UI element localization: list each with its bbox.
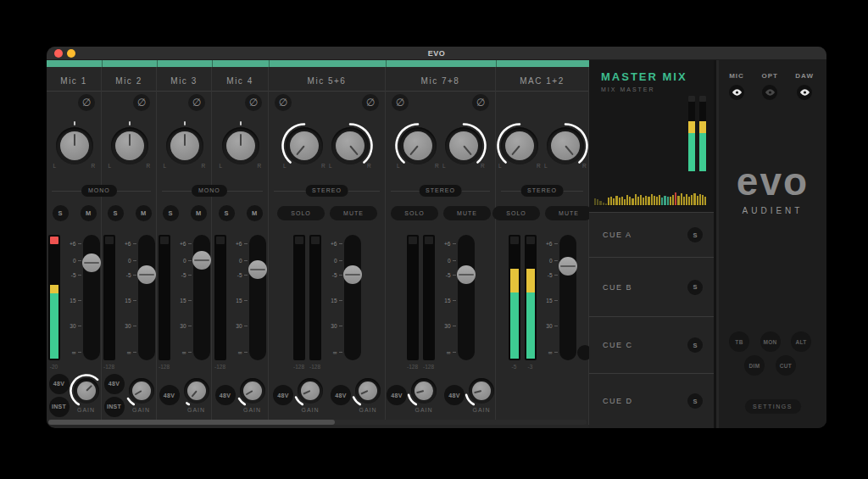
fader-track[interactable] bbox=[344, 235, 361, 360]
monitor-button-mon[interactable]: MON bbox=[760, 331, 781, 352]
tick-dash bbox=[133, 326, 136, 326]
phase-invert-button[interactable]: ∅ bbox=[472, 94, 489, 111]
instrument-button[interactable]: INST bbox=[49, 397, 70, 417]
phantom-power-button[interactable]: 48V bbox=[49, 374, 70, 394]
cue-solo-button[interactable]: S bbox=[687, 280, 703, 295]
gain-knob[interactable] bbox=[129, 378, 154, 404]
solo-button[interactable]: S bbox=[219, 205, 235, 221]
gain-knob[interactable] bbox=[355, 378, 381, 404]
monitor-button-tb[interactable]: TB bbox=[729, 331, 749, 352]
history-bar bbox=[624, 199, 626, 205]
phase-invert-button[interactable]: ∅ bbox=[362, 94, 379, 111]
volume-fader[interactable] bbox=[138, 235, 155, 360]
mute-button[interactable]: MUTE bbox=[545, 206, 593, 220]
mute-button[interactable]: M bbox=[81, 205, 97, 221]
strip-divider bbox=[102, 60, 103, 67]
gain-knob[interactable] bbox=[240, 378, 265, 404]
fader-knob[interactable] bbox=[248, 260, 267, 279]
phantom-power-button[interactable]: 48V bbox=[331, 385, 351, 405]
fader-knob[interactable] bbox=[137, 265, 156, 284]
fader-knob[interactable] bbox=[559, 257, 577, 276]
channel-name[interactable]: Mic 3 bbox=[170, 76, 197, 86]
instrument-button[interactable]: INST bbox=[104, 397, 125, 417]
fader-track[interactable] bbox=[458, 235, 475, 360]
settings-button[interactable]: SETTINGS bbox=[745, 399, 801, 414]
horizontal-scrollbar[interactable] bbox=[48, 420, 587, 425]
pan-right-label: R bbox=[435, 163, 439, 169]
cue-row[interactable]: CUE AS bbox=[589, 212, 714, 257]
volume-fader[interactable] bbox=[458, 235, 475, 360]
io-visibility-button[interactable] bbox=[797, 85, 812, 100]
volume-fader[interactable] bbox=[83, 235, 100, 360]
fader-track[interactable] bbox=[249, 235, 266, 360]
fader-knob[interactable] bbox=[192, 251, 211, 270]
phase-invert-button[interactable]: ∅ bbox=[392, 94, 409, 111]
pan-knob[interactable] bbox=[222, 127, 259, 164]
pan-knob[interactable] bbox=[501, 127, 538, 164]
solo-button[interactable]: SOLO bbox=[391, 206, 438, 220]
pan-knob[interactable] bbox=[111, 127, 148, 164]
cue-row[interactable]: CUE BS bbox=[589, 257, 714, 316]
mute-button[interactable]: MUTE bbox=[443, 206, 491, 220]
mute-button[interactable]: MUTE bbox=[330, 206, 377, 220]
mute-button[interactable]: M bbox=[247, 205, 263, 221]
phantom-power-button[interactable]: 48V bbox=[215, 385, 236, 405]
io-visibility-button[interactable] bbox=[762, 85, 777, 100]
phantom-power-button[interactable]: 48V bbox=[387, 385, 407, 405]
channel-name[interactable]: Mic 1 bbox=[60, 76, 86, 86]
pan-knob[interactable] bbox=[445, 127, 482, 164]
fader-track[interactable] bbox=[138, 235, 155, 360]
volume-fader[interactable] bbox=[193, 235, 210, 360]
pan-knob[interactable] bbox=[547, 127, 584, 164]
phantom-power-button[interactable]: 48V bbox=[159, 385, 180, 405]
fader-knob[interactable] bbox=[82, 253, 101, 272]
phantom-power-button[interactable]: 48V bbox=[104, 374, 125, 394]
pan-knob[interactable] bbox=[56, 127, 93, 164]
volume-fader[interactable] bbox=[344, 235, 361, 360]
pan-knob[interactable] bbox=[399, 127, 437, 164]
gain-knob[interactable] bbox=[184, 378, 209, 404]
monitor-button-dim[interactable]: DIM bbox=[744, 355, 765, 376]
gain-knob[interactable] bbox=[74, 378, 99, 404]
fader-knob[interactable] bbox=[457, 265, 476, 284]
phantom-power-button[interactable]: 48V bbox=[273, 385, 293, 405]
cue-row[interactable]: CUE DS bbox=[589, 373, 714, 428]
volume-fader[interactable] bbox=[559, 235, 576, 360]
gain-knob[interactable] bbox=[298, 378, 323, 404]
cue-solo-button[interactable]: S bbox=[687, 227, 703, 242]
gain-knob[interactable] bbox=[411, 378, 437, 404]
io-visibility-button[interactable] bbox=[729, 85, 744, 100]
pan-knob[interactable] bbox=[286, 127, 323, 164]
solo-button[interactable]: S bbox=[108, 205, 124, 221]
solo-button[interactable]: SOLO bbox=[277, 206, 325, 220]
solo-button[interactable]: S bbox=[53, 205, 69, 221]
phase-invert-button[interactable]: ∅ bbox=[245, 94, 262, 111]
phase-invert-button[interactable]: ∅ bbox=[78, 94, 95, 111]
channel-name[interactable]: Mic 5+6 bbox=[308, 76, 347, 86]
channel-name[interactable]: Mic 2 bbox=[115, 76, 142, 86]
monitor-button-cut[interactable]: CUT bbox=[776, 355, 796, 376]
phase-invert-button[interactable]: ∅ bbox=[188, 94, 205, 111]
pan-knob[interactable] bbox=[166, 127, 203, 164]
cue-solo-button[interactable]: S bbox=[687, 337, 703, 353]
mute-button[interactable]: M bbox=[136, 205, 152, 221]
phase-invert-button[interactable]: ∅ bbox=[133, 94, 150, 111]
monitor-button-alt[interactable]: ALT bbox=[791, 331, 811, 352]
channel-name[interactable]: MAC 1+2 bbox=[520, 76, 564, 86]
phantom-power-button[interactable]: 48V bbox=[444, 385, 465, 405]
fader-scale-label: 30 bbox=[180, 323, 186, 329]
solo-button[interactable]: S bbox=[163, 205, 179, 221]
pan-knob[interactable] bbox=[331, 127, 369, 164]
channel-name[interactable]: Mic 7+8 bbox=[421, 76, 460, 86]
cue-row[interactable]: CUE CS bbox=[589, 316, 714, 373]
fader-track[interactable] bbox=[559, 235, 576, 360]
channel-name[interactable]: Mic 4 bbox=[226, 76, 253, 86]
gain-knob[interactable] bbox=[469, 378, 494, 404]
volume-fader[interactable] bbox=[249, 235, 266, 360]
fader-knob[interactable] bbox=[343, 265, 362, 284]
scrollbar-thumb[interactable] bbox=[48, 420, 335, 425]
solo-button[interactable]: SOLO bbox=[492, 206, 540, 220]
phase-invert-button[interactable]: ∅ bbox=[275, 94, 292, 111]
mute-button[interactable]: M bbox=[191, 205, 207, 221]
cue-solo-button[interactable]: S bbox=[687, 393, 703, 409]
